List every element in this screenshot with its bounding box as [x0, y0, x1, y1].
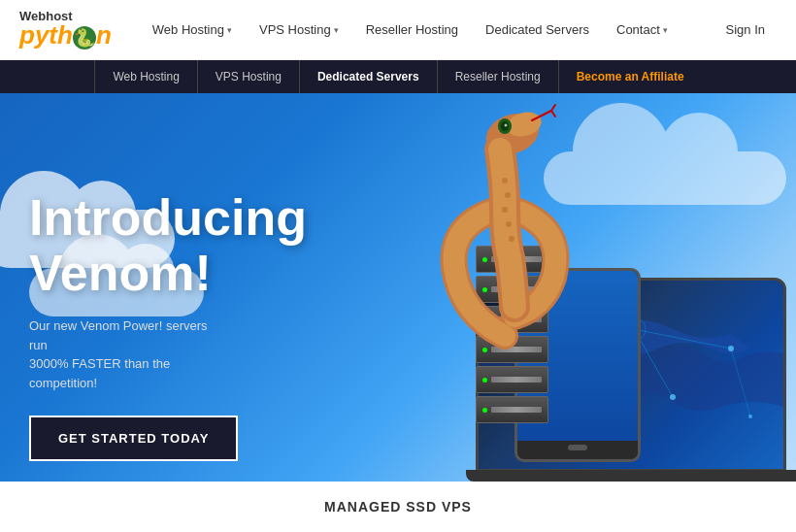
- server-slots: [491, 286, 542, 292]
- bottom-section: MANAGED SSD VPS: [0, 482, 796, 532]
- sec-nav-web-hosting-label: Web Hosting: [113, 70, 179, 83]
- server-light: [482, 317, 487, 322]
- svg-point-5: [502, 178, 508, 183]
- top-navigation: Webhost pyth🐍n Web Hosting ▾ VPS Hosting…: [0, 0, 796, 60]
- server-slots: [491, 316, 542, 322]
- server-slots: [491, 256, 542, 262]
- sec-nav-affiliate-label: Become an Affiliate: [577, 70, 684, 83]
- hero-title-line2: Venom!: [29, 246, 307, 301]
- sec-nav-vps-hosting-label: VPS Hosting: [216, 70, 282, 83]
- get-started-label: GET STARTED TODAY: [58, 431, 209, 446]
- server-slots: [491, 347, 542, 352]
- nav-contact[interactable]: Contact ▾: [605, 15, 680, 45]
- chevron-down-icon: ▾: [334, 25, 339, 35]
- svg-point-3: [501, 121, 509, 131]
- server-light: [482, 257, 487, 262]
- nav-web-hosting-label: Web Hosting: [152, 22, 224, 37]
- get-started-button[interactable]: GET STARTED TODAY: [29, 416, 238, 461]
- secondary-navigation: Web Hosting VPS Hosting Dedicated Server…: [0, 60, 796, 93]
- hero-content: Introducing Venom! Our new Venom Power! …: [29, 190, 307, 461]
- hero-title-line1: Introducing: [29, 190, 307, 246]
- svg-point-4: [505, 124, 508, 127]
- server-light: [482, 408, 487, 413]
- server-unit-4: [476, 336, 548, 363]
- svg-point-2: [498, 118, 512, 134]
- hero-section: Introducing Venom! Our new Venom Power! …: [0, 93, 796, 482]
- svg-point-1: [505, 109, 545, 140]
- server-unit-3: [476, 306, 548, 333]
- chevron-down-icon: ▾: [227, 25, 232, 35]
- sec-nav-reseller-hosting[interactable]: Reseller Hosting: [438, 60, 559, 93]
- svg-point-0: [481, 107, 545, 162]
- sec-nav-dedicated-servers[interactable]: Dedicated Servers: [300, 60, 438, 93]
- sec-nav-become-affiliate[interactable]: Become an Affiliate: [559, 60, 702, 93]
- server-unit-5: [476, 366, 548, 393]
- sign-in-label: Sign In: [726, 22, 765, 37]
- sec-nav-reseller-hosting-label: Reseller Hosting: [455, 70, 541, 83]
- site-logo[interactable]: Webhost pyth🐍n: [19, 10, 112, 50]
- server-unit-1: [476, 246, 548, 273]
- svg-point-20: [670, 394, 676, 400]
- server-unit-2: [476, 276, 548, 303]
- nav-dedicated-servers-label: Dedicated Servers: [485, 22, 589, 37]
- managed-ssd-vps-title: MANAGED SSD VPS: [324, 499, 472, 515]
- svg-point-22: [748, 415, 752, 418]
- sign-in-link[interactable]: Sign In: [714, 15, 777, 45]
- nav-dedicated-servers[interactable]: Dedicated Servers: [474, 15, 601, 45]
- svg-point-19: [728, 346, 734, 351]
- nav-web-hosting[interactable]: Web Hosting ▾: [141, 15, 244, 45]
- nav-vps-hosting-label: VPS Hosting: [259, 22, 331, 37]
- logo-o-symbol: 🐍: [73, 26, 96, 50]
- nav-reseller-hosting[interactable]: Reseller Hosting: [354, 15, 470, 45]
- server-slots: [491, 407, 542, 413]
- nav-reseller-hosting-label: Reseller Hosting: [366, 22, 458, 37]
- laptop-base: [466, 470, 796, 482]
- server-light: [482, 378, 487, 382]
- tablet-home-button: [568, 445, 587, 450]
- server-light: [482, 348, 487, 352]
- server-slots: [491, 377, 542, 382]
- server-light: [482, 287, 487, 292]
- main-navigation: Web Hosting ▾ VPS Hosting ▾ Reseller Hos…: [141, 15, 714, 45]
- server-units: [476, 246, 548, 423]
- nav-contact-label: Contact: [616, 22, 660, 37]
- sec-nav-web-hosting[interactable]: Web Hosting: [94, 60, 197, 93]
- logo-python-text: pyth🐍n: [19, 22, 112, 50]
- hero-title: Introducing Venom!: [29, 190, 307, 301]
- server-unit-6: [476, 396, 548, 423]
- logo-n-text: n: [96, 20, 112, 50]
- sec-nav-vps-hosting[interactable]: VPS Hosting: [198, 60, 300, 93]
- chevron-down-icon: ▾: [663, 25, 668, 35]
- nav-vps-hosting[interactable]: VPS Hosting ▾: [248, 15, 350, 45]
- hero-subtitle: Our new Venom Power! servers run3000% FA…: [29, 316, 223, 392]
- sec-nav-dedicated-servers-label: Dedicated Servers: [317, 70, 419, 83]
